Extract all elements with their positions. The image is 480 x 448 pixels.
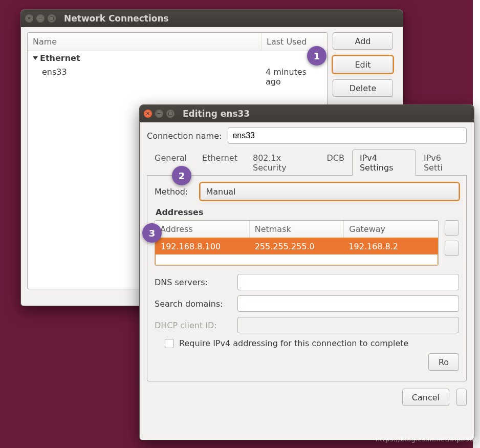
require-ipv4-checkbox[interactable] [165, 339, 174, 348]
edit-button[interactable]: Edit [333, 56, 393, 73]
tab-ethernet[interactable]: Ethernet [194, 150, 245, 176]
connection-name-input[interactable] [228, 127, 467, 144]
dns-servers-input[interactable] [237, 274, 459, 290]
tab-8021x-security[interactable]: 802.1x Security [245, 150, 319, 176]
titlebar[interactable]: ✕ − ▢ Network Connections [21, 10, 403, 27]
minimize-icon[interactable]: − [155, 110, 163, 118]
titlebar[interactable]: ✕ − ▢ Editing ens33 [140, 105, 474, 122]
ipv4-settings-pane: Method: Manual Addresses Address Netmask… [147, 176, 467, 381]
addresses-heading: Addresses [156, 207, 459, 217]
close-icon[interactable]: ✕ [25, 14, 33, 23]
dns-servers-label: DNS servers: [155, 278, 231, 287]
col-name: Name [28, 33, 261, 51]
col-address: Address [155, 221, 250, 238]
dhcp-client-id-label: DHCP client ID: [155, 321, 231, 330]
routes-button[interactable]: Ro [428, 353, 459, 371]
add-address-button[interactable] [445, 220, 459, 236]
tab-ipv4-settings[interactable]: IPv4 Settings [352, 150, 416, 176]
item-name: ens33 [28, 65, 261, 89]
maximize-icon[interactable]: ▢ [166, 110, 174, 118]
group-label: Ethernet [40, 53, 80, 63]
window-title: Editing ens33 [183, 109, 250, 119]
method-dropdown[interactable]: Manual [200, 183, 459, 200]
tabs: General Ethernet 802.1x Security DCB IPv… [147, 149, 467, 176]
cancel-button[interactable]: Cancel [402, 389, 449, 406]
minimize-icon[interactable]: − [36, 14, 45, 23]
editing-connection-window: ✕ − ▢ Editing ens33 Connection name: Gen… [139, 104, 474, 440]
add-button[interactable]: Add [333, 32, 393, 50]
list-header: Name Last Used [28, 33, 327, 51]
list-item[interactable]: ens33 4 minutes ago [28, 65, 327, 89]
annotation-3: 3 [142, 223, 162, 243]
table-row-empty [156, 254, 438, 265]
cell-gateway: 192.168.8.2 [343, 239, 438, 254]
cell-netmask: 255.255.255.0 [250, 239, 344, 254]
col-gateway: Gateway [344, 221, 438, 238]
window-title: Network Connections [64, 13, 169, 24]
watermark: https://blog.csdn.net/lhp036k [376, 435, 478, 443]
group-ethernet[interactable]: Ethernet [28, 51, 327, 65]
require-ipv4-label: Require IPv4 addressing for this connect… [179, 338, 408, 348]
close-icon[interactable]: ✕ [144, 110, 152, 118]
addresses-header: Address Netmask Gateway [155, 221, 438, 238]
tab-ipv6-settings[interactable]: IPv6 Setti [416, 150, 467, 176]
cell-address: 192.168.8.100 [156, 239, 250, 254]
delete-address-button[interactable] [445, 241, 459, 256]
dhcp-client-id-input [237, 317, 459, 333]
method-value: Manual [206, 187, 235, 197]
delete-button[interactable]: Delete [333, 79, 393, 97]
chevron-down-icon [33, 56, 38, 60]
tab-dcb[interactable]: DCB [319, 150, 352, 176]
save-button[interactable] [456, 389, 467, 406]
addresses-table[interactable]: Address Netmask Gateway 192.168.8.100 25… [155, 220, 439, 266]
col-netmask: Netmask [250, 221, 344, 238]
maximize-icon[interactable]: ▢ [48, 14, 56, 23]
search-domains-label: Search domains: [155, 299, 231, 309]
method-label: Method: [155, 187, 188, 197]
connection-name-label: Connection name: [147, 131, 222, 141]
search-domains-input[interactable] [237, 295, 459, 312]
table-row[interactable]: 192.168.8.100 255.255.255.0 192.168.8.2 [156, 239, 438, 254]
annotation-1: 1 [307, 46, 326, 66]
annotation-2: 2 [172, 166, 191, 185]
item-last-used: 4 minutes ago [261, 65, 327, 89]
